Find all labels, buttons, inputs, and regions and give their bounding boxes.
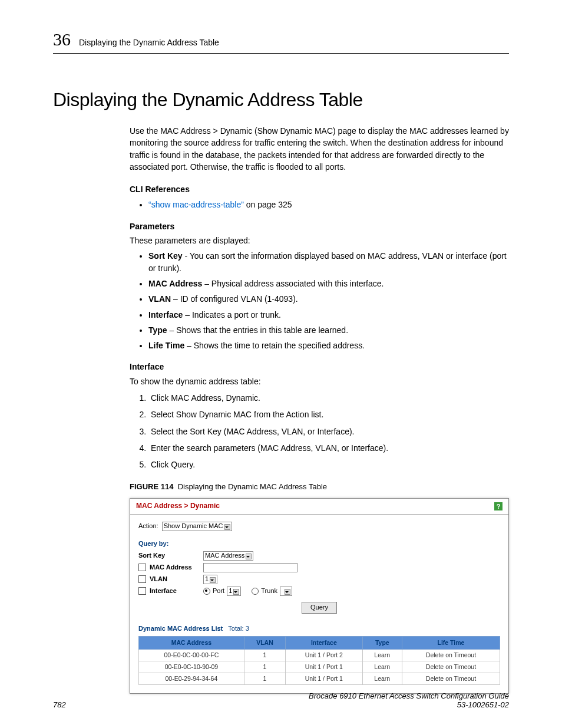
parameter-item: MAC Address – Physical address associate… (148, 278, 509, 289)
chapter-number: 36 (53, 29, 71, 50)
table-header: Type (362, 636, 402, 649)
parameter-item: Interface – Indicates a port or trunk. (148, 309, 509, 321)
interface-lead: To show the dynamic address table: (130, 375, 509, 387)
port-select[interactable]: 1 (227, 587, 241, 596)
step-item: Select Show Dynamic MAC from the Action … (148, 409, 509, 420)
port-radio[interactable] (203, 588, 210, 595)
table-cell: Unit 1 / Port 2 (286, 649, 362, 661)
sortkey-label: Sort Key (138, 551, 203, 561)
table-cell: Unit 1 / Port 1 (286, 661, 362, 673)
breadcrumb: MAC Address > Dynamic (136, 501, 220, 511)
parameter-item: Life Time – Shows the time to retain the… (148, 340, 509, 351)
book-title: Brocade 6910 Ethernet Access Switch Conf… (309, 691, 509, 700)
parameter-term: Type (148, 325, 167, 335)
parameter-term: Interface (148, 310, 183, 319)
table-cell: Delete on Timeout (402, 649, 500, 661)
mac-list-header: Dynamic MAC Address List Total: 3 (138, 624, 500, 634)
parameter-term: VLAN (148, 294, 171, 304)
page-footer: 782 Brocade 6910 Ethernet Access Switch … (53, 691, 509, 709)
sortkey-select[interactable]: MAC Address (203, 551, 253, 561)
table-header: VLAN (244, 636, 285, 649)
table-cell: Learn (362, 649, 402, 661)
trunk-select[interactable] (280, 587, 292, 596)
table-row: 00-E0-0C-10-90-091Unit 1 / Port 1LearnDe… (139, 661, 500, 673)
parameter-desc: - You can sort the information displayed… (148, 251, 507, 272)
table-cell: Delete on Timeout (402, 673, 500, 685)
parameter-item: Type – Shows that the entries in this ta… (148, 324, 509, 336)
table-cell: 1 (244, 673, 285, 685)
parameter-term: Life Time (148, 341, 184, 350)
doc-number: 53-1002651-02 (457, 700, 509, 709)
mac-address-input[interactable] (203, 563, 297, 572)
vlan-select[interactable]: 1 (203, 575, 217, 584)
action-select[interactable]: Show Dynamic MAC (162, 522, 232, 531)
table-cell: Unit 1 / Port 1 (286, 673, 362, 685)
trunk-radio-label: Trunk (261, 587, 277, 596)
table-row: 00-E0-29-94-34-641Unit 1 / Port 1LearnDe… (139, 673, 500, 685)
parameters-heading: Parameters (130, 220, 509, 232)
cli-reference-suffix: on page 325 (244, 200, 292, 209)
figure-number: FIGURE 114 (130, 482, 173, 491)
page-number: 782 (53, 700, 66, 709)
intro-paragraph: Use the MAC Address > Dynamic (Show Dyna… (130, 125, 509, 173)
table-cell: Learn (362, 661, 402, 673)
figure-caption: FIGURE 114 Displaying the Dynamic MAC Ad… (130, 482, 509, 493)
table-row: 00-E0-0C-00-00-FC1Unit 1 / Port 2LearnDe… (139, 649, 500, 661)
interface-heading: Interface (130, 361, 509, 373)
step-item: Enter the search parameters (MAC Address… (148, 442, 509, 454)
table-cell: Delete on Timeout (402, 661, 500, 673)
action-label: Action: (138, 522, 158, 531)
parameter-desc: – Indicates a port or trunk. (183, 310, 281, 319)
step-item: Select the Sort Key (MAC Address, VLAN, … (148, 426, 509, 437)
parameter-term: Sort Key (148, 251, 183, 261)
table-header: Life Time (402, 636, 500, 649)
table-header: MAC Address (139, 636, 244, 649)
embedded-screenshot: MAC Address > Dynamic ? Action: Show Dyn… (130, 498, 509, 694)
table-header: Interface (286, 636, 362, 649)
vlan-checkbox[interactable] (138, 575, 146, 583)
mac-address-table: MAC AddressVLANInterfaceTypeLife Time 00… (138, 636, 500, 686)
table-cell: 00-E0-0C-00-00-FC (139, 649, 244, 661)
running-title: Displaying the Dynamic Address Table (79, 38, 219, 47)
table-cell: 00-E0-0C-10-90-09 (139, 661, 244, 673)
parameter-item: VLAN – ID of configured VLAN (1-4093). (148, 293, 509, 305)
parameter-term: MAC Address (148, 279, 202, 288)
parameter-desc: – ID of configured VLAN (1-4093). (171, 294, 298, 304)
step-item: Click MAC Address, Dynamic. (148, 392, 509, 404)
show-mac-address-table-link[interactable]: “show mac-address-table” (148, 200, 244, 209)
query-by-label: Query by: (138, 539, 203, 549)
parameter-desc: – Shows that the entries in this table a… (167, 325, 348, 335)
mac-address-checkbox-label: MAC Address (138, 563, 203, 572)
parameter-desc: – Physical address associated with this … (202, 279, 384, 288)
port-radio-label: Port (213, 587, 224, 596)
running-header: 36 Displaying the Dynamic Address Table (53, 29, 509, 54)
trunk-radio[interactable] (252, 588, 259, 595)
table-cell: Learn (362, 673, 402, 685)
figure-title: Displaying the Dynamic MAC Address Table (178, 482, 327, 491)
table-cell: 1 (244, 649, 285, 661)
cli-reference-item: “show mac-address-table” on page 325 (148, 199, 509, 210)
parameter-desc: – Shows the time to retain the specified… (184, 341, 365, 350)
interface-checkbox-label: Interface (138, 587, 203, 596)
parameter-item: Sort Key - You can sort the information … (148, 250, 509, 274)
cli-references-heading: CLI References (130, 183, 509, 195)
interface-checkbox[interactable] (138, 587, 146, 595)
query-button[interactable]: Query (302, 602, 337, 614)
page-title: Displaying the Dynamic Address Table (53, 89, 509, 111)
table-cell: 00-E0-29-94-34-64 (139, 673, 244, 685)
mac-address-checkbox[interactable] (138, 564, 146, 571)
vlan-checkbox-label: VLAN (138, 575, 203, 584)
table-cell: 1 (244, 661, 285, 673)
step-item: Click Query. (148, 459, 509, 470)
parameters-lead: These parameters are displayed: (130, 235, 509, 246)
help-icon[interactable]: ? (494, 502, 503, 510)
